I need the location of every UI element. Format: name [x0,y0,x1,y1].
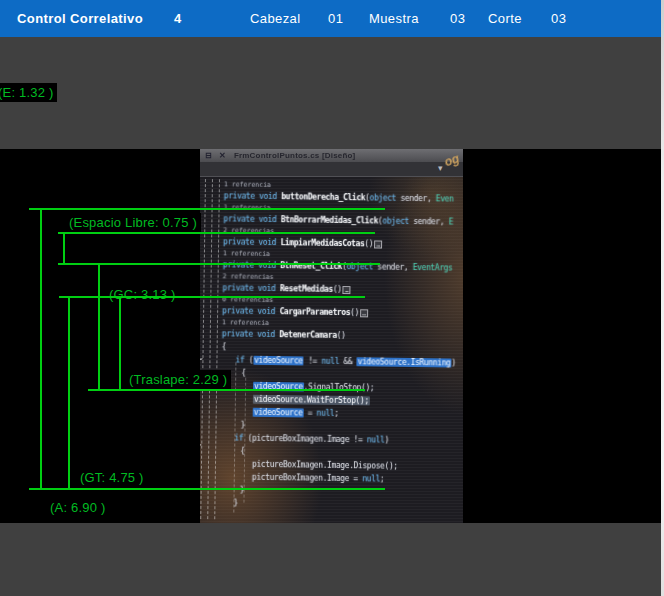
vs-toolbar: ▾ [200,162,463,177]
correlative-number: 4 [174,11,182,26]
camera-viewport[interactable]: ⊟ ✕ FrmControlPuntos.cs [Diseño] ▾ og ⌄ … [0,149,661,523]
monitor-photo: ⊟ ✕ FrmControlPuntos.cs [Diseño] ▾ og ⌄ … [200,149,463,523]
close-icon: ✕ [219,149,226,162]
vs-tab-title: FrmControlPuntos.cs [Diseño] [234,151,356,160]
vs-tab-bar: ⊟ ✕ FrmControlPuntos.cs [Diseño] [200,149,463,162]
corte-value: 03 [551,11,566,26]
chevron-down-icon: ▾ [438,163,443,173]
cabezal-label: Cabezal [250,11,301,26]
indent-guide [207,179,213,519]
fold-chevron-icon: ⌄ [200,439,203,448]
app-title: Control Correlativo [17,11,143,26]
corte-label: Corte [488,11,522,26]
app-window: Control Correlativo 4 Cabezal 01 Muestra… [0,0,664,596]
muestra-value: 03 [450,11,465,26]
indent-guide [200,179,206,519]
fold-chevron-icon: ⌄ [200,353,204,362]
muestra-label: Muestra [369,11,419,26]
vs-editor-area: ⌄ ⌄ 1 referenciaprivate void buttonDerec… [200,177,463,523]
app-header: Control Correlativo 4 Cabezal 01 Muestra… [0,0,664,37]
cabezal-value: 01 [328,11,343,26]
measurement-label-e: (E: 1.32 ) [0,83,57,102]
pin-icon: ⊟ [205,149,212,162]
code-lines: 1 referenciaprivate void buttonDerecha_C… [219,179,463,512]
